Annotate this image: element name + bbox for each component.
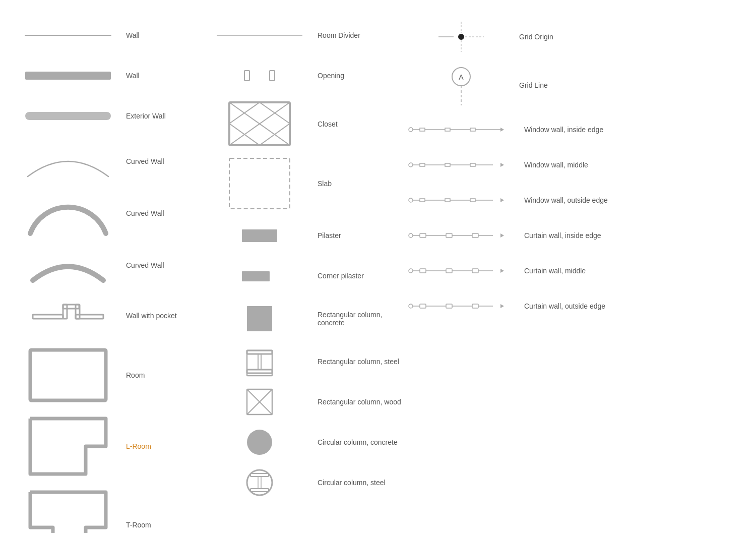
symbol-ww-outside <box>408 196 519 205</box>
svg-rect-47 <box>445 128 450 131</box>
list-item: Wall with pocket <box>15 290 207 341</box>
symbol-room <box>15 345 121 405</box>
svg-rect-86 <box>472 269 478 273</box>
list-item: Closet <box>207 96 408 152</box>
symbol-cw-outside <box>408 302 519 311</box>
list-item: Grid Origin <box>408 15 660 58</box>
label-wall-pocket: Wall with pocket <box>126 312 177 320</box>
label-room: Room <box>126 371 145 379</box>
svg-rect-77 <box>472 233 478 238</box>
svg-rect-19 <box>229 158 290 209</box>
svg-marker-70 <box>500 198 504 202</box>
label-circ-col-concrete: Circular column, concrete <box>318 438 398 446</box>
symbol-opening <box>207 68 312 83</box>
label-closet: Closet <box>318 120 338 128</box>
svg-rect-93 <box>446 304 452 308</box>
svg-rect-22 <box>247 306 272 331</box>
list-item: Curtain wall, inside edge <box>408 218 660 253</box>
svg-rect-20 <box>242 229 277 242</box>
label-exterior-wall: Exterior Wall <box>126 112 166 120</box>
symbol-curved-wall-2 <box>15 191 121 236</box>
list-item: L-Room <box>15 409 207 483</box>
symbol-t-room <box>15 487 121 533</box>
svg-point-53 <box>409 163 413 167</box>
list-item: Pilaster <box>207 215 408 256</box>
column-2: Room Divider Opening <box>207 15 408 533</box>
label-l-room: L-Room <box>126 442 151 450</box>
list-item: Circular column, steel <box>207 462 408 503</box>
svg-rect-49 <box>470 128 475 131</box>
label-ww-outside: Window wall, outside edge <box>524 196 608 204</box>
symbol-ww-middle <box>408 160 519 169</box>
svg-point-80 <box>409 269 413 273</box>
svg-rect-73 <box>420 233 426 238</box>
list-item: Window wall, outside edge <box>408 183 660 218</box>
label-wall-thin: Wall <box>126 31 140 39</box>
symbol-rect-col-concrete <box>207 304 312 334</box>
list-item: Room <box>15 341 207 409</box>
label-cw-inside: Curtain wall, inside edge <box>524 231 601 240</box>
svg-rect-95 <box>472 304 478 308</box>
svg-rect-55 <box>420 163 425 166</box>
list-item: Curved Wall <box>15 240 207 290</box>
symbol-circ-col-steel <box>207 467 312 498</box>
label-grid-line: Grid Line <box>519 81 548 89</box>
label-curved-wall-1: Curved Wall <box>126 157 164 165</box>
symbol-grid: Wall Wall Exterior Wall <box>15 15 741 533</box>
label-circ-col-steel: Circular column, steel <box>318 479 386 487</box>
list-item: Rectangular column, concrete <box>207 296 408 341</box>
list-item: Room Divider <box>207 15 408 55</box>
label-grid-origin: Grid Origin <box>519 33 553 41</box>
label-corner-pilaster: Corner pilaster <box>318 272 364 280</box>
list-item: Rectangular column, wood <box>207 382 408 422</box>
page: Wall Wall Exterior Wall <box>0 0 756 533</box>
symbol-wall-thick <box>15 70 121 82</box>
symbol-closet <box>207 100 312 148</box>
list-item: Corner pilaster <box>207 256 408 296</box>
label-room-divider: Room Divider <box>318 31 360 39</box>
svg-rect-57 <box>445 163 450 166</box>
label-curved-wall-3: Curved Wall <box>126 261 164 269</box>
svg-rect-11 <box>270 71 275 81</box>
list-item: Rectangular column, steel <box>207 341 408 382</box>
list-item: Curtain wall, outside edge <box>408 288 660 324</box>
label-wall-thick: Wall <box>126 72 140 80</box>
svg-rect-75 <box>446 233 452 238</box>
svg-rect-24 <box>247 370 272 373</box>
list-item: Wall <box>15 55 207 96</box>
svg-point-30 <box>247 430 272 455</box>
symbol-circ-col-concrete <box>207 427 312 457</box>
list-item: Circular column, concrete <box>207 422 408 462</box>
symbol-curved-wall-3 <box>15 248 121 283</box>
svg-rect-45 <box>420 128 425 131</box>
symbol-rect-col-wood <box>207 387 312 417</box>
list-item: A Grid Line <box>408 58 660 112</box>
column-1: Wall Wall Exterior Wall <box>15 15 207 533</box>
svg-rect-32 <box>250 473 269 477</box>
svg-point-89 <box>409 304 413 308</box>
list-item: T-Room <box>15 483 207 533</box>
list-item: Curved Wall <box>15 187 207 240</box>
svg-rect-82 <box>420 269 426 273</box>
label-rect-col-concrete: Rectangular column, concrete <box>318 311 382 327</box>
symbol-ww-inside <box>408 125 519 134</box>
svg-point-43 <box>409 128 413 132</box>
symbol-slab <box>207 156 312 211</box>
svg-marker-97 <box>500 304 504 308</box>
label-ww-middle: Window wall, middle <box>524 161 588 169</box>
svg-marker-52 <box>500 128 504 132</box>
list-item: Exterior Wall <box>15 96 207 136</box>
list-item: Wall <box>15 15 207 55</box>
svg-rect-66 <box>445 199 450 202</box>
list-item: Window wall, inside edge <box>408 112 660 147</box>
svg-rect-2 <box>25 112 111 120</box>
list-item: Curved Wall <box>15 136 207 187</box>
svg-text:A: A <box>459 73 464 81</box>
svg-marker-79 <box>500 233 504 238</box>
svg-rect-91 <box>420 304 426 308</box>
label-ww-inside: Window wall, inside edge <box>524 126 603 134</box>
svg-rect-64 <box>420 199 425 202</box>
svg-rect-33 <box>250 489 269 492</box>
svg-rect-21 <box>242 271 270 281</box>
list-item: Opening <box>207 55 408 96</box>
